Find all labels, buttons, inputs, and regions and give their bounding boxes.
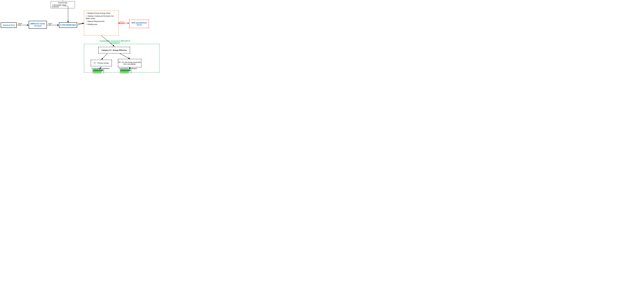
svg-text:validation: validation (120, 23, 125, 24)
diagram-container: Autodesk Revit BIMServer.center Account … (0, 0, 161, 73)
svg-text:Results: Results (120, 21, 124, 23)
svg-rect-17 (120, 69, 129, 71)
svg-marker-5 (100, 72, 102, 73)
reh-label: REH spreadsheet V2.19 (130, 22, 149, 26)
p7-box: P7 - Primary energy (91, 60, 112, 66)
external-data-box: External data ➤ Renewable energy product… (51, 1, 75, 8)
svg-marker-1 (102, 69, 104, 71)
svg-marker-18 (129, 69, 131, 71)
svg-text:A: A (120, 70, 122, 71)
p7-label: P7 - Primary energy (94, 62, 109, 64)
revit-label: Autodesk Revit (2, 24, 15, 26)
sustainability-assessment-label: Sustainability assessment SBToolPT-H spr… (98, 40, 132, 44)
category-c3-label: Category C3 - Energy Efficiency (102, 49, 127, 51)
category-c3-box: Category C3 - Energy Efficiency (98, 47, 130, 53)
result-item-2: Heating, Cooling and Domestic Hot Water … (86, 15, 117, 20)
external-data-header-label: External data (58, 2, 67, 4)
bimserver-label: BIMServer.center Account (30, 23, 46, 27)
svg-line-42 (78, 23, 84, 25)
svg-text:Import: Import (48, 23, 52, 24)
box-revit: Autodesk Revit (1, 22, 17, 28)
svg-text:B: B (120, 72, 122, 73)
external-data-item-label: ➤ Renewable energy production (52, 4, 66, 7)
result-item-4: Building area (86, 23, 117, 25)
p8-label: P8 - On site energy production from rene… (118, 61, 141, 65)
svg-text:B: B (93, 72, 94, 73)
sustainability-label-2: Sustainability classification (118, 68, 138, 69)
energy-chart-1: A A B C D E (93, 69, 105, 73)
svg-text:IFC: IFC (49, 24, 51, 26)
simulation-results-list: Building Primary Energy needs Heating, C… (86, 12, 117, 25)
svg-text:A: A (98, 70, 99, 71)
svg-text:A: A (126, 70, 126, 71)
external-data-item: ➤ Renewable energy production (52, 4, 74, 7)
sustainability-label-1: Sustainability classification (91, 68, 110, 69)
result-item-3: National Requirements (86, 20, 117, 22)
result-item-1: Building Primary Energy needs (86, 12, 117, 14)
energy-chart-2: A A B C D E (120, 69, 132, 73)
svg-text:IFC: IFC (18, 24, 21, 26)
svg-text:A: A (93, 70, 94, 71)
external-data-header: External data (52, 2, 74, 4)
simulation-results-box: Building Primary Energy needs Heating, C… (84, 10, 119, 35)
reh-spreadsheet-box: REH spreadsheet V2.19 (129, 20, 149, 28)
box-cypetherm: CYPETHERM REH (59, 22, 77, 28)
svg-marker-22 (128, 72, 130, 73)
cypetherm-label: CYPETHERM REH (60, 24, 76, 26)
svg-text:Simulation: Simulation (78, 23, 84, 24)
svg-rect-0 (93, 69, 102, 71)
svg-text:Export: Export (18, 23, 22, 24)
box-bimserver: BIMServer.center Account (29, 21, 47, 29)
p8-box: P8 - On site energy production from rene… (118, 59, 142, 67)
